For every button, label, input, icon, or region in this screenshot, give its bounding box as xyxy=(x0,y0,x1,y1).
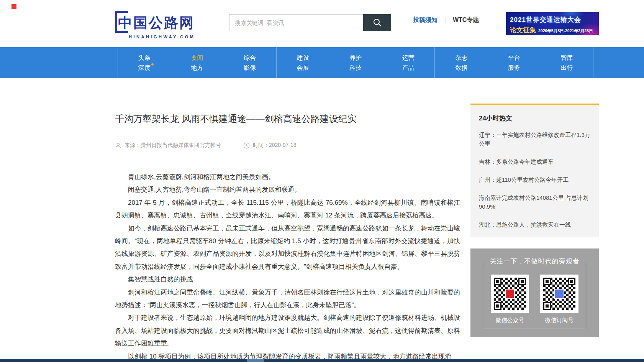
logo-row: 中国公路网 xyxy=(115,11,195,33)
nav-item-zonghe[interactable]: 综合 xyxy=(244,55,256,61)
article-paragraph: 剑河和榕江两地之间重峦叠嶂、江河纵横、景象万千，清朝名臣林则徐在行经这片土地，对… xyxy=(115,286,460,312)
hot-article-link[interactable]: 广州：超110公里农村公路今年开工 xyxy=(479,175,590,184)
search-input[interactable] xyxy=(229,14,363,31)
nav-item-yanghu[interactable]: 养护 xyxy=(349,55,362,61)
footer-top-edge xyxy=(0,359,644,362)
article-paragraph: 集智慧战胜自然的挑战 xyxy=(115,273,460,286)
hot-articles-title: 24小时热文 xyxy=(479,114,590,123)
follow-title: 关注一下，不做时代的旁观者 xyxy=(485,257,584,266)
nav-item-shendu[interactable]: 深度 xyxy=(138,65,151,71)
logo-title: 中国公路网 xyxy=(118,14,195,30)
nav-item-huizhan[interactable]: 会展 xyxy=(297,65,309,71)
qr-center-logo-blue xyxy=(554,289,564,299)
hot-article-link[interactable]: 海南累计完成农村公路14081公里 占总计划90.9% xyxy=(479,193,590,211)
wtc-topic-link[interactable]: WTC专题 xyxy=(453,16,479,24)
qr-pattern xyxy=(494,278,526,310)
nav-item-zhiku[interactable]: 智库 xyxy=(560,55,573,61)
site-header: 中国公路网 HINAHIGHWAY.COM 投稿须知 | WTC专题 2021世… xyxy=(0,0,644,47)
qr-finder-icon xyxy=(543,302,551,310)
hot-articles-panel: 24小时热文 辽宁：三年实施农村公路维修改造工程1.3万公里 吉林：多条公路今年… xyxy=(470,104,599,237)
site-logo[interactable]: 中国公路网 HINAHIGHWAY.COM xyxy=(115,11,195,39)
nav-col-general: 综合 影像 xyxy=(223,47,276,78)
nav-col-headlines: 头条 深度 xyxy=(118,47,171,78)
nav-col-maintenance: 养护 科技 xyxy=(329,47,382,78)
search-icon xyxy=(372,18,382,28)
qr-finder-icon xyxy=(543,278,551,285)
qr-pattern xyxy=(543,278,575,310)
author-icon xyxy=(115,142,121,149)
article-paragraph: 闭塞交通,人穷地贫,弯弯山路一直制约着两县的发展和联通。 xyxy=(115,183,460,196)
article-paragraph: 2017 年 5 月，剑榕高速正式动工，全长 115.115 公里，桥隧比高达 … xyxy=(115,196,460,222)
corner-red-marker xyxy=(11,4,16,9)
wechat-official-label: 微信公众号 xyxy=(491,317,529,324)
article-meta: 来源：贵州日报当代融媒体集团官方帐号 时间：2020-07-18 xyxy=(115,142,460,149)
article-time: 时间：2020-07-18 xyxy=(243,142,297,149)
article-paragraph: 如今，剑榕高速公路已基本完工，虽未正式通车，但从高空眺望，宽阔通畅的高速公路犹如… xyxy=(115,222,460,273)
meta-divider xyxy=(115,160,460,160)
nav-item-shuju[interactable]: 数据 xyxy=(455,65,467,71)
nav-col-magazine: 杂志 数据 xyxy=(434,47,488,78)
nav-item-chuxing[interactable]: 出行 xyxy=(560,65,573,71)
nav-col-operation: 运营 产品 xyxy=(382,47,435,78)
nav-item-difang[interactable]: 地方 xyxy=(191,65,203,71)
wechat-subscription-label: 微信订阅号 xyxy=(540,317,578,324)
main-nav-columns: 头条 深度 要闻 地方 综合 影像 建设 会展 养护 科技 运营 产品 xyxy=(118,47,593,78)
nav-item-fuwu[interactable]: 服务 xyxy=(508,65,520,71)
logo-bracket-icon xyxy=(115,11,128,33)
wechat-subscription-qr-code xyxy=(540,275,578,313)
qr-finder-icon xyxy=(568,278,575,285)
nav-item-toutiao[interactable]: 头条 xyxy=(138,55,151,61)
hot-article-link[interactable]: 辽宁：三年实施农村公路维修改造工程1.3万公里 xyxy=(479,130,590,148)
header-links-divider: | xyxy=(444,17,446,23)
page: 中国公路网 HINAHIGHWAY.COM 投稿须知 | WTC专题 2021世… xyxy=(0,0,644,362)
article-source: 来源：贵州日报当代融媒体集团官方帐号 xyxy=(115,142,221,149)
nav-item-yaowen-active[interactable]: 要闻 xyxy=(191,55,203,61)
article-title: 千沟万壑架长龙 风雨不惧建通途——剑榕高速公路建设纪实 xyxy=(115,113,460,125)
article-body: 青山绿水,云蒸霞蔚,剑河和榕江两地之间美景如画。 闭塞交通,人穷地贫,弯弯山路一… xyxy=(115,171,460,362)
banner-call-for-papers: 论文征集 xyxy=(510,26,536,35)
wechat-official-qr-code xyxy=(491,275,529,313)
nav-item-zazhi[interactable]: 杂志 xyxy=(455,55,467,61)
contribute-link[interactable]: 投稿须知 xyxy=(413,16,438,24)
clock-icon xyxy=(243,142,250,149)
banner-date-range: 2020年5月8日-2021年2月28日 xyxy=(538,28,593,34)
article-paragraph: 对于建设者来说，生态越原始，环境越幽闭的地方建设难度就越大。剑榕高速的建设除了便… xyxy=(115,311,460,350)
qr-finder-icon xyxy=(494,302,501,310)
footer-edge-segment xyxy=(247,359,264,362)
nav-item-keji[interactable]: 科技 xyxy=(349,65,362,71)
logo-domain: HINAHIGHWAY.COM xyxy=(129,35,195,39)
nav-col-platform: 平台 服务 xyxy=(488,47,541,78)
article-paragraph: 青山绿水,云蒸霞蔚,剑河和榕江两地之间美景如画。 xyxy=(115,171,460,183)
nav-item-yunying[interactable]: 运营 xyxy=(402,55,415,61)
nav-col-thinktank: 智库 出行 xyxy=(541,47,594,78)
nav-item-yingxiang[interactable]: 影像 xyxy=(244,65,256,71)
nav-col-construction: 建设 会展 xyxy=(276,47,329,78)
hot-article-link[interactable]: 吉林：多条公路今年建成通车 xyxy=(479,157,590,166)
article-time-text: 时间：2020-07-18 xyxy=(253,142,297,149)
new-badge-dot xyxy=(151,63,154,66)
hot-article-link[interactable]: 湖北：恩施公路人，抗洪救灾在一线 xyxy=(479,220,590,229)
nav-item-jianshe[interactable]: 建设 xyxy=(297,55,309,61)
nav-item-chanpin[interactable]: 产品 xyxy=(402,65,415,71)
article-source-text: 来源：贵州日报当代融媒体集团官方帐号 xyxy=(125,142,221,149)
search-bar xyxy=(229,14,391,31)
qr-finder-icon xyxy=(494,278,501,285)
article: 千沟万壑架长龙 风雨不惧建通途——剑榕高速公路建设纪实 来源：贵州日报当代融媒体… xyxy=(115,113,460,362)
nav-col-news: 要闻 地方 xyxy=(171,47,224,78)
header-links: 投稿须知 | WTC专题 xyxy=(413,16,479,24)
banner-title: 2021世界交通运输大会 xyxy=(510,15,596,24)
wechat-follow-panel: 关注一下，不做时代的旁观者 微信公众号 微信订阅号 xyxy=(470,248,599,337)
main-nav: 头条 深度 要闻 地方 综合 影像 建设 会展 养护 科技 运营 产品 xyxy=(0,47,644,78)
wtc-conference-banner[interactable]: 2021世界交通运输大会 论文征集 2020年5月8日-2021年2月28日 xyxy=(506,12,599,35)
nav-item-pingtai[interactable]: 平台 xyxy=(508,55,520,61)
qr-finder-icon xyxy=(518,278,526,285)
search-button[interactable] xyxy=(363,14,391,31)
qr-center-logo-red xyxy=(505,289,515,299)
